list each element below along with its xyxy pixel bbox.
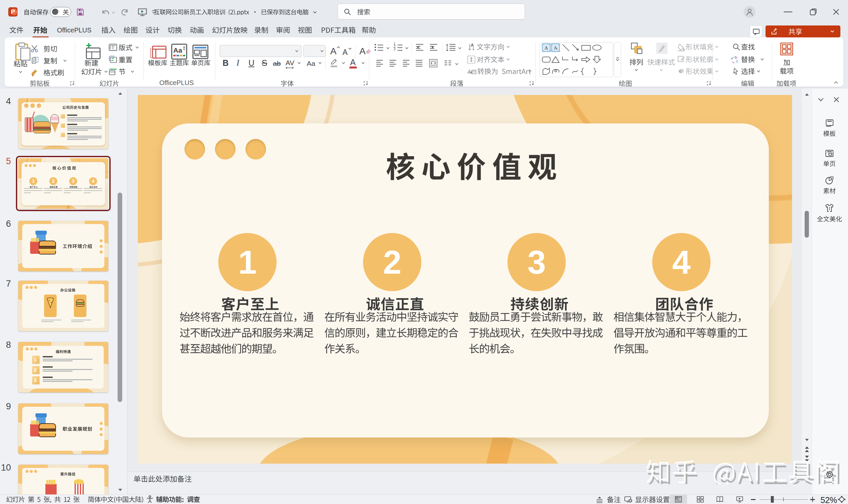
svg-text:Aa: Aa bbox=[173, 46, 182, 54]
svg-text:A: A bbox=[471, 43, 474, 47]
svg-text:c: c bbox=[736, 58, 738, 64]
svg-text:A: A bbox=[544, 45, 548, 51]
